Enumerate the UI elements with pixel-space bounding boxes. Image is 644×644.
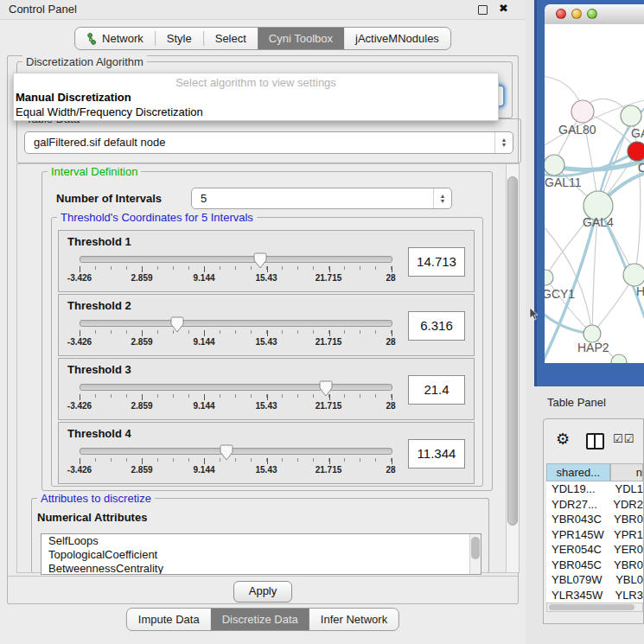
node-red-selected[interactable] bbox=[628, 142, 644, 161]
cyni-bottom-tab-bar: Impute Data Discretize Data Infer Networ… bbox=[126, 608, 399, 631]
threshold-slider[interactable] bbox=[80, 448, 392, 455]
node-label-gcy1: GCY1 bbox=[545, 287, 575, 301]
gear-icon[interactable]: ⚙ bbox=[556, 430, 570, 449]
column-header-name[interactable]: n bbox=[610, 463, 643, 481]
slider-tick-labels: -3.4262.8599.14415.4321.71528 bbox=[80, 465, 391, 475]
list-item[interactable]: BetweennessCentrality bbox=[41, 562, 481, 575]
node-label-gal11: GAL11 bbox=[545, 175, 582, 189]
table-data-combobox[interactable]: galFiltered.sif default node ▲▼ bbox=[24, 131, 513, 154]
scrollbar-thumb[interactable] bbox=[549, 604, 634, 610]
threshold-value-field[interactable]: 11.344 bbox=[408, 439, 465, 469]
threshold-value-field[interactable]: 21.4 bbox=[408, 375, 465, 405]
table-row[interactable]: YPR145WYPR1 bbox=[546, 527, 643, 543]
network-edges-highlighted bbox=[545, 106, 644, 363]
slider-ticks bbox=[80, 394, 392, 400]
table-data-value: galFiltered.sif default node bbox=[34, 136, 165, 149]
combo-arrows-icon[interactable]: ▲▼ bbox=[433, 188, 451, 208]
threshold-slider[interactable] bbox=[80, 320, 392, 327]
threshold-label: Threshold 3 bbox=[67, 363, 131, 376]
node-bottom[interactable] bbox=[611, 354, 627, 363]
tab-style[interactable]: Style bbox=[156, 28, 203, 49]
apply-row: Apply bbox=[8, 576, 518, 603]
numerical-attributes-list[interactable]: SelfLoops TopologicalCoefficient Between… bbox=[41, 533, 481, 575]
close-traffic-light-icon[interactable] bbox=[556, 9, 566, 19]
node-label-cut-h: H bbox=[636, 284, 644, 298]
node-gal11[interactable] bbox=[545, 155, 564, 175]
table-row[interactable]: YBR043CYBR0 bbox=[546, 512, 643, 527]
group-title: Attributes to discretize bbox=[37, 492, 155, 505]
control-panel-titlebar: Control Panel ✖ bbox=[0, 0, 526, 20]
node-top-right[interactable] bbox=[621, 105, 641, 126]
numerical-attributes-label: Numerical Attributes bbox=[37, 511, 147, 524]
node-right-h[interactable] bbox=[623, 264, 644, 286]
threshold-label: Threshold 1 bbox=[67, 235, 131, 248]
node-label-gal80: GAL80 bbox=[558, 123, 596, 137]
combo-arrows-icon[interactable]: ▲▼ bbox=[494, 132, 513, 153]
threshold-value-field[interactable]: 14.713 bbox=[408, 247, 465, 277]
select-checkboxes-icon[interactable]: ☑☑ bbox=[613, 432, 634, 445]
network-icon bbox=[86, 33, 97, 45]
slider-ticks bbox=[80, 458, 392, 464]
tab-cyni-toolbox[interactable]: Cyni Toolbox bbox=[258, 28, 344, 49]
tab-select[interactable]: Select bbox=[204, 28, 258, 49]
table-panel: ⚙ ☑☑ shared... n YDL19...YDL1 YDR27...YD… bbox=[543, 418, 644, 624]
apply-button[interactable]: Apply bbox=[233, 581, 292, 603]
node-gal80[interactable] bbox=[571, 100, 594, 123]
threshold-panel-2: Threshold 2 -3.4262.8599.14415.4321.7152… bbox=[58, 294, 475, 356]
tab-impute-data[interactable]: Impute Data bbox=[127, 609, 211, 630]
table-row[interactable]: YER054CYER0 bbox=[546, 542, 643, 558]
threshold-slider[interactable] bbox=[80, 256, 392, 263]
node-label-cut-c: C bbox=[638, 161, 644, 175]
settings-vertical-scrollbar[interactable] bbox=[506, 164, 519, 572]
number-of-intervals-value: 5 bbox=[201, 192, 207, 205]
table-row[interactable]: YBR045CYBR0 bbox=[546, 558, 643, 573]
dropdown-prompt: Select algorithm to view settings bbox=[14, 73, 498, 90]
scrollbar-thumb[interactable] bbox=[507, 176, 518, 526]
node-gcy1[interactable] bbox=[545, 270, 553, 285]
threshold-panel-1: Threshold 1 -3.4262.8599.14415.4321.7152… bbox=[58, 230, 475, 292]
slider-tick-labels: -3.4262.8599.14415.4321.71528 bbox=[80, 401, 391, 411]
network-window-titlebar[interactable] bbox=[545, 4, 644, 25]
table-row[interactable]: YLR345WYLR3 bbox=[546, 588, 643, 603]
slider-ticks bbox=[80, 266, 392, 272]
table-row[interactable]: YDR27...YDR2 bbox=[546, 497, 643, 513]
group-title: Threshold's Coordinates for 5 Intervals bbox=[57, 211, 257, 224]
minimize-traffic-light-icon[interactable] bbox=[571, 9, 582, 19]
mouse-cursor bbox=[529, 307, 539, 321]
control-panel-title: Control Panel bbox=[9, 3, 77, 16]
control-panel: Control Panel ✖ Network Style Select Cyn… bbox=[0, 0, 526, 644]
slider-tick-labels: -3.4262.8599.14415.4321.71528 bbox=[80, 337, 391, 348]
close-icon[interactable]: ✖ bbox=[499, 2, 508, 15]
dropdown-option-manual[interactable]: Manual Discretization bbox=[14, 90, 498, 105]
float-window-icon[interactable] bbox=[478, 5, 488, 15]
attributes-group: Attributes to discretize Numerical Attri… bbox=[31, 498, 489, 573]
tab-infer-network[interactable]: Infer Network bbox=[309, 609, 399, 630]
table-row[interactable]: YBL079WYBL0 bbox=[546, 572, 643, 588]
list-scrollbar[interactable] bbox=[469, 534, 481, 574]
threshold-label: Threshold 4 bbox=[67, 427, 131, 440]
table-body: YDL19...YDL1 YDR27...YDR2 YBR043CYBR0 YP… bbox=[546, 481, 643, 603]
number-of-intervals-combobox[interactable]: 5 ▲▼ bbox=[191, 188, 452, 209]
table-horizontal-scrollbar[interactable] bbox=[546, 603, 643, 612]
columns-icon[interactable] bbox=[586, 433, 604, 450]
tab-jactivemnodules[interactable]: jActiveMNodules bbox=[344, 28, 450, 49]
slider-tick-labels: -3.4262.8599.14415.4321.71528 bbox=[80, 273, 391, 284]
threshold-slider[interactable] bbox=[80, 384, 392, 391]
dropdown-option-equal-width[interactable]: Equal Width/Frequency Discretization bbox=[14, 105, 498, 119]
network-window: GAL80 GA C GAL11 GAL4 GCY1 H HAP2 bbox=[534, 0, 644, 386]
tab-discretize-data[interactable]: Discretize Data bbox=[211, 609, 309, 630]
node-hap2[interactable] bbox=[583, 325, 601, 342]
column-header-shared-name[interactable]: shared... bbox=[546, 463, 610, 481]
control-panel-tab-bar: Network Style Select Cyni Toolbox jActiv… bbox=[74, 27, 451, 50]
network-canvas[interactable]: GAL80 GA C GAL11 GAL4 GCY1 H HAP2 bbox=[545, 24, 644, 363]
list-item[interactable]: SelfLoops bbox=[41, 534, 481, 548]
settings-scroll-area: Interval Definition Number of Intervals … bbox=[16, 163, 520, 573]
tab-network[interactable]: Network bbox=[75, 28, 155, 49]
group-title: Interval Definition bbox=[48, 165, 141, 178]
list-item[interactable]: TopologicalCoefficient bbox=[41, 548, 481, 562]
threshold-panel-3: Threshold 3 -3.4262.8599.14415.4321.7152… bbox=[58, 358, 475, 420]
table-row[interactable]: YDL19...YDL1 bbox=[546, 481, 643, 497]
zoom-traffic-light-icon[interactable] bbox=[587, 9, 597, 19]
threshold-value-field[interactable]: 6.316 bbox=[408, 311, 465, 341]
interval-definition-group: Interval Definition Number of Intervals … bbox=[41, 171, 493, 491]
